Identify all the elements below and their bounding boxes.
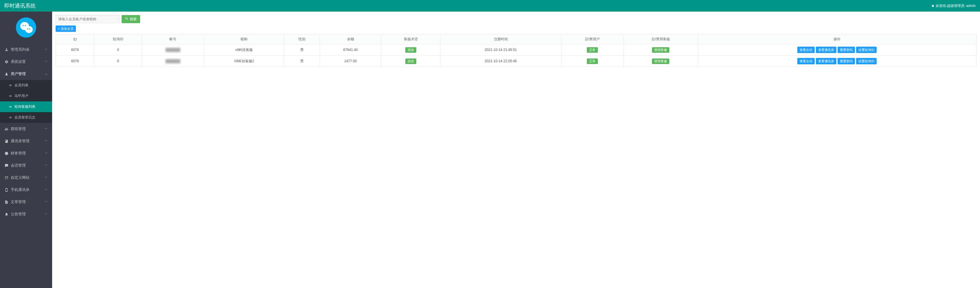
chevron-down-icon: ﹀	[45, 48, 48, 51]
nav-sub-label: 轮询客服列表	[14, 104, 35, 109]
list-icon	[9, 94, 12, 98]
nav-item-0[interactable]: 管理员列表﹀	[0, 43, 52, 56]
chevron-down-icon: ﹀	[45, 212, 48, 216]
chevron-down-icon: ﹀	[45, 176, 48, 180]
table-header: 昵称	[204, 35, 284, 44]
list-icon	[9, 84, 12, 87]
site-icon	[4, 176, 8, 180]
nav-item-2[interactable]: 用户管理︿	[0, 68, 52, 80]
app-header: 即时通讯系统 ☻ 欢迎你,超级管理员:admin	[0, 0, 980, 11]
chevron-down-icon: ﹀	[45, 200, 48, 204]
toolbar: 搜索	[56, 15, 977, 23]
search-icon	[125, 17, 129, 21]
nav-item-7[interactable]: 自定义网站﹀	[0, 171, 52, 184]
search-button[interactable]: 搜索	[122, 15, 140, 23]
chevron-down-icon: ﹀	[45, 60, 48, 64]
term-badge[interactable]: 添加	[405, 47, 416, 53]
nav-sub-item-1[interactable]: 马甲用户	[0, 91, 52, 101]
table-header: 余额	[320, 35, 381, 44]
nav-label: 财务管理	[11, 150, 26, 156]
user-icon	[4, 72, 8, 76]
book-icon	[4, 139, 8, 143]
nav-label: 公告管理	[11, 211, 26, 217]
nav-sub-label: 会员登录日志	[14, 115, 35, 120]
op-button[interactable]: 查看通讯录	[816, 46, 837, 53]
term-badge[interactable]: 添加	[405, 59, 416, 64]
chevron-up-icon: ︿	[45, 72, 48, 76]
nav-item-1[interactable]: 系统设置﹀	[0, 56, 52, 68]
op-button[interactable]: 设置轮询ID	[856, 46, 877, 53]
nav-label: 系统设置	[11, 59, 26, 64]
table-row: 60780██████v8科技客服男67641.40添加2021-10-14 2…	[56, 44, 977, 56]
user-status-badge[interactable]: 正常	[587, 59, 598, 64]
service-status-badge[interactable]: 禁用客服	[652, 47, 669, 53]
op-button[interactable]: 重置密码	[838, 46, 855, 53]
table-row: 60790██████V8科技客服2男1477.00添加2021-10-14 2…	[56, 56, 977, 67]
op-button[interactable]: 查看会话	[797, 46, 815, 53]
nav-sub-label: 会员列表	[14, 83, 29, 88]
table-header: 轮询ID	[94, 35, 142, 44]
doc-icon	[4, 200, 8, 204]
chevron-down-icon: ﹀	[45, 127, 48, 131]
nav-item-6[interactable]: 会话管理﹀	[0, 159, 52, 171]
chevron-down-icon: ﹀	[45, 151, 48, 155]
table-header: 注册时间	[440, 35, 561, 44]
app-title: 即时通讯系统	[4, 2, 36, 9]
op-button[interactable]: 查看通讯录	[816, 58, 837, 64]
nav-item-8[interactable]: 手机通讯录﹀	[0, 184, 52, 196]
bell-icon	[4, 212, 8, 216]
header-user[interactable]: ☻ 欢迎你,超级管理员:admin	[931, 3, 976, 8]
table-header: 启/禁用户	[561, 35, 624, 44]
op-button[interactable]: 查看会话	[797, 58, 815, 64]
add-member-button[interactable]: + 添加会员	[56, 26, 76, 32]
nav-label: 文章管理	[11, 199, 26, 205]
op-button[interactable]: 重置密码	[838, 58, 855, 64]
gear-icon	[4, 60, 8, 64]
op-button[interactable]: 设置轮询ID	[856, 58, 877, 64]
nav-label: 手机通讯录	[11, 187, 30, 192]
nav-item-3[interactable]: 群组管理﹀	[0, 123, 52, 135]
list-icon	[9, 116, 12, 119]
nav-label: 自定义网站	[11, 175, 30, 180]
chevron-down-icon: ﹀	[45, 163, 48, 168]
chat-icon	[4, 163, 8, 168]
nav-label: 群组管理	[11, 126, 26, 131]
nav-item-9[interactable]: 文章管理﹀	[0, 196, 52, 208]
nav-item-5[interactable]: 财务管理﹀	[0, 147, 52, 159]
table-header: 帐号	[142, 35, 204, 44]
chevron-down-icon: ﹀	[45, 188, 48, 192]
chevron-down-icon: ﹀	[45, 139, 48, 143]
nav-label: 用户管理	[11, 71, 26, 77]
sidebar: 管理员列表﹀系统设置﹀用户管理︿会员列表马甲用户轮询客服列表会员登录日志群组管理…	[0, 11, 52, 288]
nav-label: 管理员列表	[11, 47, 30, 52]
table-header: ID	[56, 35, 94, 44]
user-icon	[4, 48, 8, 51]
search-input[interactable]	[56, 15, 119, 23]
plus-icon: +	[58, 27, 60, 30]
data-table: ID轮询ID帐号昵称性别余额客服术语注册时间启/禁用户启/禁用客服操作 6078…	[56, 34, 977, 67]
logo	[0, 11, 52, 43]
account-blur: ██████	[165, 48, 180, 52]
table-header: 性别	[284, 35, 320, 44]
nav-label: 通讯录管理	[11, 139, 30, 144]
main-content: 搜索 + 添加会员 ID轮询ID帐号昵称性别余额客服术语注册时间启/禁用户启/禁…	[52, 11, 980, 288]
nav-sub-item-3[interactable]: 会员登录日志	[0, 112, 52, 123]
service-status-badge[interactable]: 禁用客服	[652, 59, 669, 64]
phone-icon	[4, 188, 8, 192]
user-status-badge[interactable]: 正常	[587, 47, 598, 53]
table-header: 操作	[698, 35, 977, 44]
nav-sub-item-2[interactable]: 轮询客服列表	[0, 101, 52, 112]
table-header: 客服术语	[381, 35, 440, 44]
nav-item-10[interactable]: 公告管理﹀	[0, 208, 52, 220]
smile-icon: ☻	[931, 4, 935, 8]
nav-sub-item-0[interactable]: 会员列表	[0, 80, 52, 91]
account-blur: ██████	[165, 59, 180, 63]
table-header: 启/禁用客服	[624, 35, 698, 44]
nav-sub-label: 马甲用户	[14, 94, 29, 99]
nav-label: 会话管理	[11, 163, 26, 168]
nav-item-4[interactable]: 通讯录管理﹀	[0, 135, 52, 147]
list-icon	[9, 105, 12, 109]
money-icon	[4, 151, 8, 155]
users-icon	[4, 127, 8, 131]
